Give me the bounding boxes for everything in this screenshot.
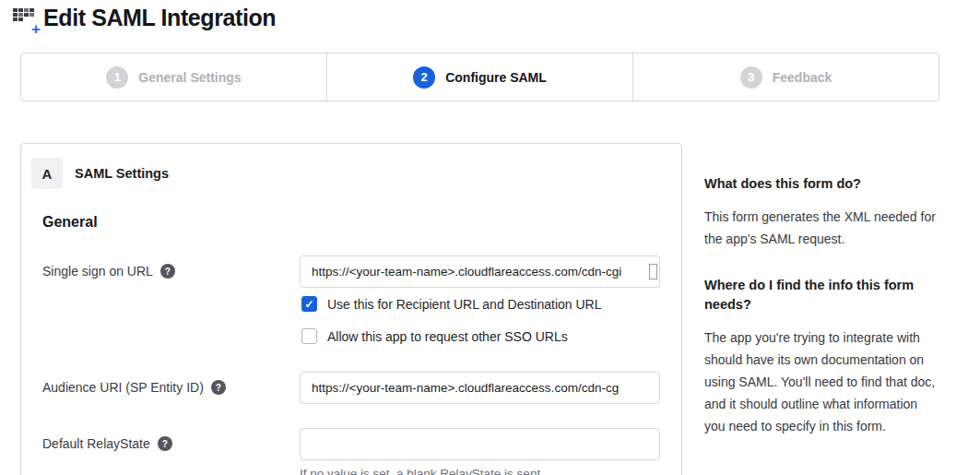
help-body-where: The app you're trying to integrate with … — [704, 327, 937, 437]
checkbox-label: Use this for Recipient URL and Destinati… — [327, 297, 602, 312]
field-label-text: Single sign on URL — [42, 264, 153, 279]
field-label-relay-state: Default RelayState ? — [42, 428, 300, 451]
page-header: + Edit SAML Integration — [13, 5, 276, 31]
help-sidebar: What does this form do? This form genera… — [704, 174, 937, 463]
checkbox-row-other-sso-urls: Allow this app to request other SSO URLs — [301, 328, 660, 344]
saml-settings-panel: A SAML Settings General Single sign on U… — [20, 143, 682, 475]
sso-url-input[interactable] — [300, 255, 660, 288]
step-general-settings[interactable]: 1 General Settings — [21, 53, 326, 101]
help-icon[interactable]: ? — [158, 436, 172, 451]
field-label-audience-uri: Audience URI (SP Entity ID) ? — [42, 372, 300, 395]
audience-uri-input-wrap — [300, 372, 660, 404]
page-title: Edit SAML Integration — [43, 5, 276, 31]
help-heading-what: What does this form do? — [704, 174, 937, 194]
help-icon[interactable]: ? — [211, 380, 226, 395]
field-row-relay-state: Default RelayState ? If no value is set,… — [42, 428, 660, 475]
field-label-text: Audience URI (SP Entity ID) — [42, 380, 204, 395]
checkbox-label: Allow this app to request other SSO URLs — [327, 329, 568, 344]
section-header: A SAML Settings — [31, 158, 660, 189]
relay-state-helper-text: If no value is set, a blank RelayState i… — [300, 467, 660, 475]
help-body-what: This form generates the XML needed for t… — [704, 206, 937, 250]
help-icon[interactable]: ? — [160, 264, 175, 279]
help-heading-where: Where do I find the info this form needs… — [704, 276, 937, 315]
step-configure-saml[interactable]: 2 Configure SAML — [326, 53, 632, 101]
field-row-sso-url: Single sign on URL ? — [42, 255, 660, 288]
relay-state-input[interactable] — [300, 428, 660, 460]
step-number-badge: 2 — [413, 66, 435, 89]
relay-state-input-wrap: If no value is set, a blank RelayState i… — [300, 428, 660, 475]
step-label: Configure SAML — [445, 70, 547, 85]
plus-glyph: + — [31, 21, 41, 37]
text-caret — [649, 264, 657, 279]
group-title-general: General — [42, 214, 660, 231]
step-label: General Settings — [138, 70, 241, 85]
app-grid-plus-icon: + — [13, 8, 37, 30]
sso-options-group: Use this for Recipient URL and Destinati… — [301, 296, 660, 344]
step-label: Feedback — [773, 70, 832, 85]
sso-url-input-wrap — [300, 255, 660, 288]
recipient-destination-checkbox[interactable] — [301, 296, 317, 312]
audience-uri-input[interactable] — [300, 372, 660, 404]
section-badge: A — [31, 158, 63, 189]
field-label-sso-url: Single sign on URL ? — [42, 255, 300, 279]
step-number-badge: 3 — [740, 66, 762, 89]
field-label-text: Default RelayState — [42, 436, 150, 451]
checkbox-row-recipient-destination: Use this for Recipient URL and Destinati… — [301, 296, 660, 312]
wizard-step-bar: 1 General Settings 2 Configure SAML 3 Fe… — [20, 53, 939, 101]
step-feedback[interactable]: 3 Feedback — [632, 53, 939, 101]
section-title: SAML Settings — [75, 166, 169, 181]
field-row-audience-uri: Audience URI (SP Entity ID) ? — [42, 372, 660, 404]
other-sso-urls-checkbox[interactable] — [301, 328, 317, 344]
step-number-badge: 1 — [106, 66, 128, 89]
